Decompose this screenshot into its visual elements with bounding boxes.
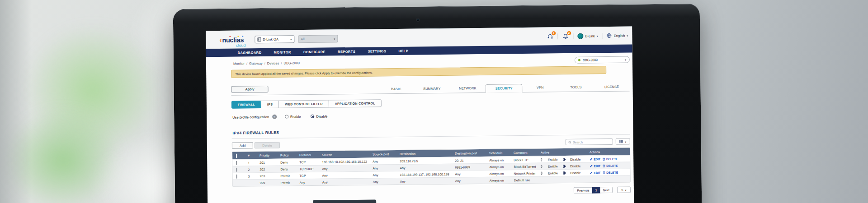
cell-protocol: TCP (296, 160, 318, 164)
user-menu[interactable]: D-Link ▾ (577, 33, 598, 39)
cell-priority: 203 (256, 174, 277, 177)
rule-enable-radio[interactable] (541, 158, 542, 161)
edit-action[interactable]: EDIT (590, 157, 600, 161)
cell-num: 3 (245, 175, 256, 178)
select-all-checkbox[interactable] (236, 153, 237, 157)
delete-action[interactable]: DELETE (602, 171, 618, 174)
pencil-icon (590, 157, 593, 161)
logo-brand: nuclias (222, 36, 244, 44)
partially-visible-element (313, 199, 376, 203)
page-size-select[interactable]: 5 ▾ (617, 187, 631, 193)
cell-priority: 999 (256, 181, 277, 184)
subtab-ips[interactable]: IPS (261, 101, 279, 108)
col-destination: Destination (396, 152, 451, 155)
search-input[interactable] (573, 140, 610, 144)
cell-schedule: Always on (486, 158, 510, 162)
organization-selector[interactable]: D-Link QA ▾ (255, 35, 294, 43)
user-name: D-Link (585, 34, 595, 38)
cell-schedule: Always on (486, 172, 510, 175)
col-policy: Policy (277, 153, 296, 157)
cell-source-port: Any (369, 159, 396, 163)
cell-source: Any (319, 180, 369, 184)
tab-license[interactable]: LICENSE (594, 85, 629, 92)
avatar (577, 33, 583, 39)
nav-item-configure[interactable]: CONFIGURE (303, 50, 326, 54)
language-menu[interactable]: English ▾ (607, 33, 628, 38)
nav-item-settings[interactable]: SETTINGS (368, 49, 386, 53)
nav-item-help[interactable]: HELP (398, 49, 408, 53)
delete-action[interactable]: DELETE (602, 157, 618, 160)
profile-enable-radio[interactable]: Enable (285, 115, 301, 119)
rule-enable-radio[interactable] (541, 171, 542, 175)
support-button[interactable]: 2 (547, 33, 553, 40)
profile-disable-radio[interactable]: Disable (311, 114, 327, 118)
column-settings-button[interactable]: ▾ (616, 138, 630, 145)
logo-chevron-icon: ‹ (219, 36, 222, 43)
cell-num: 1 (244, 161, 256, 164)
chevron-down-icon: ▾ (290, 37, 292, 41)
rule-enable-radio[interactable] (541, 165, 542, 168)
subtab-web-content-filter[interactable]: WEB CONTENT FILTER (278, 100, 329, 108)
cell-schedule: Always on (486, 165, 510, 169)
disable-label: Disable (570, 164, 580, 167)
nav-item-dashboard[interactable]: DASHBOARD (238, 51, 262, 55)
breadcrumb-gateway[interactable]: Gateway (249, 61, 263, 65)
edit-action[interactable]: EDIT (590, 171, 600, 174)
cell-priority: 202 (256, 167, 277, 171)
breadcrumb-devices[interactable]: Devices (267, 61, 279, 65)
col-destination-port: Destination port (451, 151, 486, 155)
help-icon[interactable]: ? (272, 115, 277, 119)
cell-source: 192.168.10.102-192.168.10.122 (318, 160, 369, 163)
breadcrumb-separator: / (281, 61, 282, 65)
tab-vpn[interactable]: VPN (522, 85, 558, 92)
row-checkbox[interactable] (236, 161, 237, 165)
cell-destination: Any (396, 166, 451, 169)
building-icon (257, 37, 261, 42)
delete-button: Delete (255, 142, 280, 149)
breadcrumb-monitor[interactable]: Monitor (233, 61, 245, 65)
apply-button[interactable]: Apply (231, 86, 268, 93)
tab-security[interactable]: SECURITY (486, 84, 522, 93)
pencil-icon (590, 171, 593, 174)
current-page-button[interactable]: 1 (592, 187, 600, 193)
delete-action[interactable]: DELETE (602, 164, 618, 167)
tab-summary[interactable]: SUMMARY (414, 87, 450, 94)
rule-disable-radio[interactable] (563, 165, 565, 168)
tab-tools[interactable]: TOOLS (558, 85, 594, 92)
breadcrumb-current: DBG-2000 (284, 61, 300, 65)
next-page-button[interactable]: Next (599, 187, 613, 193)
row-checkbox[interactable] (236, 167, 237, 171)
enable-label: Enable (290, 115, 301, 119)
laptop-frame: ‹ nuclias cloud D-Link QA ▾ All ▾ (173, 4, 703, 203)
breadcrumb-separator: / (246, 61, 247, 65)
edit-action[interactable]: EDIT (590, 164, 600, 167)
row-checkbox[interactable] (236, 174, 237, 178)
search-box[interactable] (566, 138, 613, 145)
cell-source-port: Any (369, 180, 396, 183)
disable-label: Disable (570, 171, 580, 174)
nav-item-reports[interactable]: REPORTS (338, 49, 355, 53)
notifications-button[interactable]: 2 (562, 32, 569, 39)
radio-checked-icon (311, 115, 314, 118)
firewall-rules-table: # Priority Policy Protocol Source Source… (232, 148, 631, 187)
subtab-application-control[interactable]: APPLICATION CONTROL (329, 99, 382, 107)
subtab-firewall[interactable]: FIREWALL (231, 101, 261, 109)
cell-destination-port: Any (452, 179, 486, 182)
rule-disable-radio[interactable] (563, 171, 565, 175)
breadcrumb-separator: / (264, 61, 265, 65)
background-green-blob (25, 25, 160, 156)
cell-destination-port: 6881-6889 (451, 165, 486, 169)
tab-network[interactable]: NETWORK (450, 86, 486, 93)
cell-destination: 192.168.199.137, 192.168.100.138 (396, 172, 452, 176)
tab-basic[interactable]: BASIC (378, 87, 414, 94)
nav-item-monitor[interactable]: MONITOR (274, 50, 291, 54)
previous-page-button[interactable]: Previous (574, 187, 592, 193)
rule-disable-radio[interactable] (563, 158, 564, 161)
chevron-down-icon: ▾ (627, 34, 628, 37)
site-selector[interactable]: All ▾ (298, 35, 338, 43)
add-button[interactable]: Add (232, 142, 254, 148)
support-badge: 2 (552, 31, 556, 35)
col-source-port: Source port (369, 152, 396, 156)
device-selector[interactable]: DBG-2000 ▾ (575, 56, 630, 64)
trash-icon (602, 157, 605, 161)
